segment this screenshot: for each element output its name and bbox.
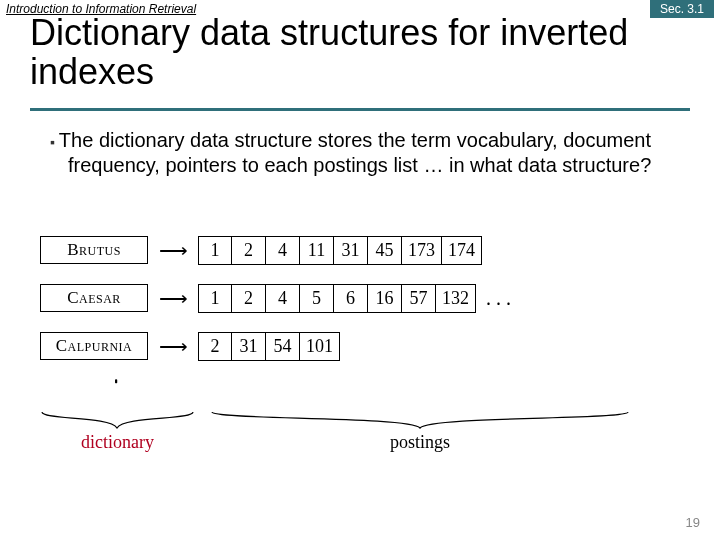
dictionary-label: dictionary	[40, 432, 195, 453]
posting-cell: 101	[300, 332, 340, 361]
index-row: Calpurnia ⟶ 2 31 54 101	[40, 326, 700, 366]
posting-cell: 2	[232, 236, 266, 265]
arrow-icon: ⟶	[148, 286, 198, 310]
posting-cell: 31	[334, 236, 368, 265]
slide-title: Dictionary data structures for inverted …	[30, 14, 690, 92]
postings-list: 1 2 4 5 6 16 57 132	[198, 284, 476, 313]
posting-cell: 45	[368, 236, 402, 265]
index-row: Brutus ⟶ 1 2 4 11 31 45 173 174	[40, 230, 700, 270]
posting-cell: 1	[198, 284, 232, 313]
posting-cell: 54	[266, 332, 300, 361]
vertical-ellipsis-icon: . . .	[110, 378, 131, 381]
brace-labels: dictionary postings	[40, 410, 700, 480]
term-box: Caesar	[40, 284, 148, 312]
dictionary-brace: dictionary	[40, 410, 195, 453]
posting-cell: 1	[198, 236, 232, 265]
ellipsis-icon: . . .	[486, 287, 511, 310]
posting-cell: 5	[300, 284, 334, 313]
title-underline	[30, 108, 690, 111]
postings-list: 1 2 4 11 31 45 173 174	[198, 236, 482, 265]
postings-label: postings	[210, 432, 630, 453]
posting-cell: 11	[300, 236, 334, 265]
posting-cell: 4	[266, 236, 300, 265]
postings-brace: postings	[210, 410, 630, 453]
posting-cell: 31	[232, 332, 266, 361]
posting-cell: 132	[436, 284, 476, 313]
postings-list: 2 31 54 101	[198, 332, 340, 361]
inverted-index-diagram: Brutus ⟶ 1 2 4 11 31 45 173 174 Caesar ⟶…	[40, 230, 700, 374]
posting-cell: 2	[232, 284, 266, 313]
arrow-icon: ⟶	[148, 334, 198, 358]
posting-cell: 16	[368, 284, 402, 313]
index-row: Caesar ⟶ 1 2 4 5 6 16 57 132 . . .	[40, 278, 700, 318]
arrow-icon: ⟶	[148, 238, 198, 262]
posting-cell: 57	[402, 284, 436, 313]
posting-cell: 6	[334, 284, 368, 313]
posting-cell: 2	[198, 332, 232, 361]
bullet-text: The dictionary data structure stores the…	[50, 128, 680, 178]
posting-cell: 173	[402, 236, 442, 265]
term-box: Calpurnia	[40, 332, 148, 360]
term-box: Brutus	[40, 236, 148, 264]
slide-number: 19	[686, 515, 700, 530]
posting-cell: 174	[442, 236, 482, 265]
posting-cell: 4	[266, 284, 300, 313]
